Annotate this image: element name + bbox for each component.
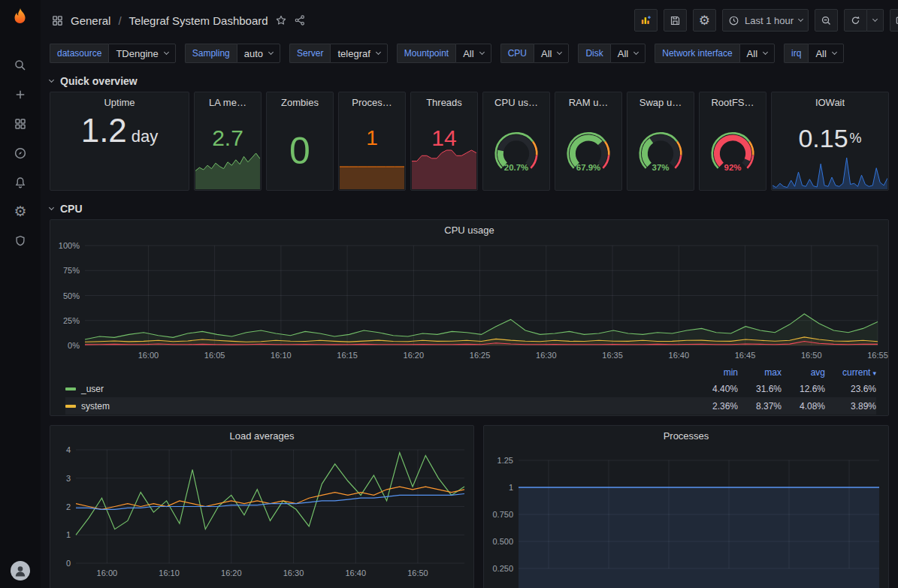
svg-text:16:30: 16:30	[536, 351, 557, 360]
svg-text:0.750: 0.750	[492, 510, 513, 519]
server-admin-shield-icon[interactable]	[0, 226, 41, 255]
panel-title[interactable]: Zombies	[281, 92, 319, 112]
load-averages-chart[interactable]: 4321016:0016:1016:2016:3016:4016:50	[50, 445, 473, 584]
legend-header-row: min max avg current	[65, 365, 876, 380]
svg-text:50%: 50%	[63, 291, 80, 300]
chevron-down-icon	[49, 205, 54, 210]
chevron-down-icon	[479, 50, 485, 55]
panel-ram-usage-gauge: RAM u… 67.9%	[555, 92, 622, 191]
svg-text:16:20: 16:20	[221, 568, 242, 577]
variable-value-dropdown[interactable]: auto	[237, 44, 280, 63]
variable-value-dropdown[interactable]: All	[455, 44, 491, 63]
variables-row: datasourceTDengine Samplingauto Serverte…	[41, 41, 898, 69]
panel-title[interactable]: LA me…	[209, 92, 246, 112]
svg-text:16:15: 16:15	[337, 351, 358, 360]
variable-value-dropdown[interactable]: All	[534, 44, 569, 63]
section-cpu[interactable]: CPU	[50, 198, 889, 219]
series-swatch	[65, 387, 76, 390]
series-toggle-system[interactable]: system	[65, 401, 694, 412]
cpu-usage-gauge: 20.7%	[483, 112, 549, 190]
svg-text:0.250: 0.250	[492, 564, 513, 573]
svg-text:16:05: 16:05	[204, 351, 225, 360]
add-panel-button[interactable]	[634, 9, 658, 32]
svg-text:2: 2	[66, 502, 71, 511]
variable-label: Network interface	[655, 44, 739, 63]
legend-sort-max[interactable]: max	[738, 367, 782, 378]
panel-title[interactable]: RAM u…	[569, 92, 609, 112]
panel-processes-graph: Processes 1.2510.7500.5000.250	[483, 425, 889, 588]
variable-label: CPU	[500, 44, 534, 63]
create-plus-icon[interactable]	[0, 80, 41, 109]
breadcrumb-section[interactable]: General	[71, 14, 110, 27]
grafana-logo[interactable]	[9, 7, 32, 29]
share-icon[interactable]	[294, 14, 306, 26]
panel-title[interactable]: IOWait	[815, 92, 845, 112]
uptime-value: 1.2day	[81, 112, 159, 190]
variable-value-dropdown[interactable]: All	[808, 44, 843, 63]
svg-text:16:20: 16:20	[404, 351, 425, 360]
svg-text:25%: 25%	[63, 316, 80, 325]
star-icon[interactable]	[275, 14, 287, 26]
panel-swap-usage-gauge: Swap u… 37%	[627, 92, 694, 191]
svg-text:16:10: 16:10	[159, 568, 180, 577]
legend-sort-avg[interactable]: avg	[782, 367, 825, 378]
panel-uptime: Uptime 1.2day	[50, 92, 189, 191]
legend-sort-current[interactable]: current	[825, 367, 876, 378]
chevron-down-icon	[832, 50, 837, 55]
panel-title[interactable]: Proces…	[352, 92, 392, 112]
explore-compass-icon[interactable]	[0, 138, 41, 167]
save-dashboard-button[interactable]	[664, 9, 687, 32]
refresh-interval-dropdown[interactable]	[867, 9, 884, 32]
svg-text:16:00: 16:00	[97, 568, 118, 577]
legend-sort-min[interactable]: min	[694, 367, 738, 378]
chevron-down-icon	[872, 17, 878, 22]
panel-title[interactable]: CPU us…	[494, 92, 538, 112]
configuration-gear-icon[interactable]: ⚙	[0, 197, 41, 226]
panel-title[interactable]: Processes	[484, 426, 888, 445]
svg-text:16:40: 16:40	[669, 351, 690, 360]
panel-title[interactable]: CPU usage	[50, 220, 888, 240]
panel-zombies: Zombies 0	[266, 92, 334, 191]
variable-label: irq	[784, 44, 808, 63]
panel-title[interactable]: RootFS…	[711, 92, 754, 112]
dashboard-settings-button[interactable]: ⚙	[693, 9, 716, 32]
cycle-view-tv-button[interactable]	[890, 9, 898, 32]
user-avatar[interactable]	[11, 561, 30, 580]
panel-title[interactable]: Threads	[426, 92, 462, 112]
alerting-bell-icon[interactable]	[0, 167, 41, 197]
chevron-down-icon	[557, 50, 562, 55]
apps-grid-icon	[51, 14, 64, 27]
iowait-sparkline	[773, 155, 887, 189]
search-icon[interactable]	[0, 50, 41, 80]
variable-value-dropdown[interactable]: TDengine	[108, 44, 175, 63]
chevron-down-icon	[763, 50, 768, 55]
variable-sampling: Samplingauto	[185, 44, 280, 63]
variable-value-dropdown[interactable]: All	[610, 44, 646, 63]
processes-chart[interactable]: 1.2510.7500.5000.250	[484, 445, 888, 588]
grafana-app: ⚙ General / Telegraf System Dashboard ⚙ …	[0, 0, 898, 588]
section-quick-overview[interactable]: Quick overview	[50, 71, 889, 92]
svg-text:0: 0	[66, 559, 71, 568]
svg-text:16:50: 16:50	[407, 568, 428, 577]
panel-title[interactable]: Uptime	[104, 92, 135, 112]
svg-text:16:35: 16:35	[602, 351, 623, 360]
panel-la-medium: LA me… 2.7	[194, 92, 262, 191]
time-picker-button[interactable]: Last 1 hour	[722, 9, 809, 32]
variable-value-dropdown[interactable]: All	[739, 44, 775, 63]
variable-value-dropdown[interactable]: telegraf	[330, 44, 387, 63]
svg-text:16:45: 16:45	[735, 351, 756, 360]
cpu-usage-chart[interactable]: 100%75%50%25%0%16:0016:0516:1016:1516:20…	[50, 240, 888, 363]
panel-title[interactable]: Swap u…	[639, 92, 682, 112]
dashboards-icon[interactable]	[0, 109, 41, 138]
panel-title[interactable]: Load averages	[50, 426, 473, 445]
chevron-down-icon	[633, 50, 639, 55]
variable-label: Sampling	[185, 44, 237, 63]
panel-threads: Threads 14	[410, 92, 478, 191]
panel-load-averages: Load averages 4321016:0016:1016:2016:301…	[50, 425, 474, 588]
variable-mountpoint: MountpointAll	[397, 44, 491, 63]
zoom-out-button[interactable]	[815, 9, 838, 32]
chevron-down-icon	[798, 17, 803, 22]
refresh-button[interactable]	[844, 9, 867, 32]
series-toggle-user[interactable]: _user	[65, 384, 694, 394]
panel-cpu-usage-gauge: CPU us… 20.7%	[482, 92, 550, 191]
